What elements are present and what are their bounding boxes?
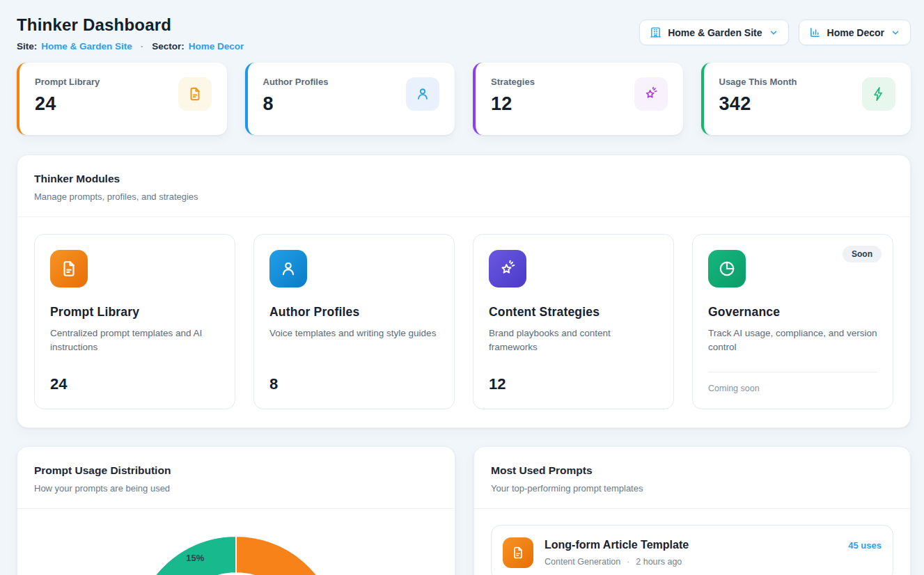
sparkle-star-icon <box>634 77 668 111</box>
coming-soon-text: Coming soon <box>708 384 877 393</box>
module-title: Content Strategies <box>489 305 658 320</box>
module-footer: Coming soon <box>708 372 877 393</box>
stat-label: Strategies <box>491 77 535 87</box>
stat-card-usage: Usage This Month 342 <box>701 63 911 135</box>
module-card-governance: Soon Governance Track AI usage, complian… <box>692 234 893 409</box>
prompt-list: Long-form Article Template Content Gener… <box>474 509 910 575</box>
pie-chart-icon <box>708 250 746 288</box>
prompt-usage-panel: Prompt Usage Distribution How your promp… <box>17 446 455 575</box>
prompt-meta: Content Generation · 2 hours ago <box>545 557 689 567</box>
stat-label: Author Profiles <box>263 77 329 87</box>
document-icon <box>178 77 212 111</box>
stat-value: 24 <box>35 93 100 115</box>
most-used-prompts-panel: Most Used Prompts Your top-performing pr… <box>473 446 911 575</box>
svg-text:15%: 15% <box>186 553 204 563</box>
chevron-down-icon <box>891 28 900 38</box>
list-item[interactable]: Long-form Article Template Content Gener… <box>491 525 893 575</box>
module-title: Author Profiles <box>269 305 439 320</box>
site-link[interactable]: Home & Garden Site <box>41 41 132 52</box>
module-count: 12 <box>489 375 658 393</box>
bolt-icon <box>862 77 895 111</box>
most-used-subtitle: Your top-performing prompt templates <box>491 483 893 494</box>
donut-chart-svg: 15% <box>132 535 340 575</box>
stat-card-prompt-library: Prompt Library 24 <box>17 63 227 135</box>
module-card-prompt-library[interactable]: Prompt Library Centralized prompt templa… <box>34 234 235 409</box>
module-count: 24 <box>50 375 219 393</box>
page-header: Thinker Dashboard Site: Home & Garden Si… <box>17 0 911 52</box>
sector-select-dropdown[interactable]: Home Decor <box>799 19 911 45</box>
stat-card-strategies: Strategies 12 <box>473 63 683 135</box>
stat-label: Usage This Month <box>719 77 797 87</box>
document-icon <box>50 250 88 288</box>
stat-value: 12 <box>491 93 535 115</box>
site-label: Site: <box>17 41 37 52</box>
most-used-title: Most Used Prompts <box>491 464 893 477</box>
usage-subtitle: How your prompts are being used <box>34 483 438 494</box>
meta-separator: · <box>627 557 629 567</box>
stat-value: 342 <box>719 93 797 115</box>
building-icon <box>650 26 661 38</box>
usage-header: Prompt Usage Distribution How your promp… <box>17 447 455 509</box>
stat-value: 8 <box>263 93 329 115</box>
module-description: Brand playbooks and content frameworks <box>489 326 658 355</box>
user-icon <box>269 250 307 288</box>
divider <box>708 372 877 372</box>
most-used-header: Most Used Prompts Your top-performing pr… <box>474 447 910 509</box>
module-card-author-profiles[interactable]: Author Profiles Voice templates and writ… <box>253 234 455 409</box>
site-select-dropdown[interactable]: Home & Garden Site <box>639 19 788 45</box>
chevron-down-icon <box>769 28 778 38</box>
breadcrumb-separator: · <box>141 41 144 52</box>
module-description: Track AI usage, compliance, and version … <box>708 326 877 355</box>
module-description: Centralized prompt templates and AI inst… <box>50 326 219 355</box>
breadcrumb: Site: Home & Garden Site · Sector: Home … <box>17 41 244 52</box>
thinker-modules-panel: Thinker Modules Manage prompts, profiles… <box>17 155 911 428</box>
bar-chart-icon <box>809 26 821 38</box>
modules-title: Thinker Modules <box>34 173 893 185</box>
site-select-label: Home & Garden Site <box>668 27 762 38</box>
prompt-name: Long-form Article Template <box>545 539 689 551</box>
stat-label: Prompt Library <box>35 77 100 87</box>
module-count: 8 <box>269 375 439 393</box>
stats-row: Prompt Library 24 Author Profiles 8 <box>17 63 911 135</box>
usage-title: Prompt Usage Distribution <box>34 464 438 477</box>
module-title: Governance <box>708 305 877 320</box>
sparkle-star-icon <box>489 250 526 288</box>
soon-badge: Soon <box>843 246 882 262</box>
document-icon <box>503 537 533 568</box>
usage-donut-chart: 15% <box>17 535 455 575</box>
stat-card-author-profiles: Author Profiles 8 <box>245 63 455 135</box>
page-title: Thinker Dashboard <box>17 15 244 35</box>
sector-link[interactable]: Home Decor <box>189 41 244 52</box>
module-description: Voice templates and writing style guides <box>269 326 439 340</box>
modules-header: Thinker Modules Manage prompts, profiles… <box>17 155 910 217</box>
prompt-uses-badge: 45 uses <box>848 540 882 551</box>
sector-label: Sector: <box>152 41 185 52</box>
prompt-time: 2 hours ago <box>636 557 682 567</box>
modules-subtitle: Manage prompts, profiles, and strategies <box>34 191 893 202</box>
sector-select-label: Home Decor <box>827 27 884 38</box>
user-icon <box>406 77 439 111</box>
module-title: Prompt Library <box>50 305 219 320</box>
prompt-category: Content Generation <box>545 557 620 567</box>
module-card-content-strategies[interactable]: Content Strategies Brand playbooks and c… <box>473 234 674 409</box>
